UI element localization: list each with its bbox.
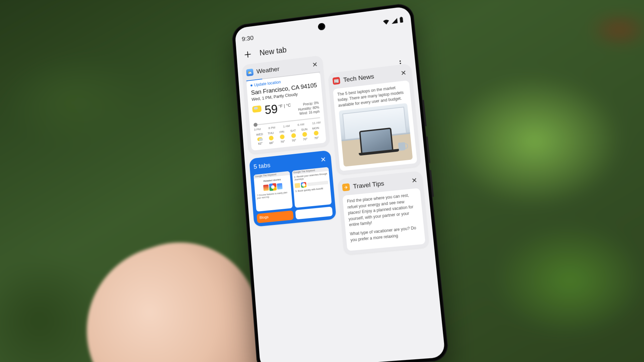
tab-title: Travel Tips xyxy=(353,178,407,190)
tab-group-card[interactable]: 5 tabs ✕ Google The Keyword Related stor… xyxy=(249,150,336,227)
svg-rect-1 xyxy=(400,17,402,18)
weather-favicon-icon: ⛅ xyxy=(246,69,254,76)
battery-icon xyxy=(399,16,404,23)
grouped-tab-thumbnail[interactable]: Blogs xyxy=(257,210,293,223)
close-tab-button[interactable]: ✕ xyxy=(310,60,320,70)
tab-card-tech-news[interactable]: 📰 Tech News ✕ The 5 best laptops on the … xyxy=(328,63,421,175)
weather-stats: Precip: 0% Humidity: 80% Wind: 16 mph xyxy=(294,101,320,117)
sun-icon xyxy=(291,133,296,138)
tab-switcher-grid[interactable]: ⛅ Weather ✕ Update location San Francisc… xyxy=(237,44,435,269)
wifi-icon xyxy=(383,19,390,25)
sun-icon xyxy=(314,130,319,135)
tab-title: Weather xyxy=(256,62,307,75)
svg-rect-0 xyxy=(400,17,404,23)
phone-frame: 9:30 New tab xyxy=(231,2,449,362)
sun-icon xyxy=(269,135,274,140)
plus-icon xyxy=(243,50,252,59)
google-logo-icon xyxy=(301,182,307,188)
article-summary: Find the place where you can rest, refue… xyxy=(347,192,419,228)
tech-news-favicon-icon: 📰 xyxy=(332,77,340,85)
sun-icon xyxy=(302,132,307,137)
tab-title: Tech News xyxy=(343,70,395,84)
grouped-tab-thumbnail[interactable] xyxy=(295,206,333,220)
new-tab-button[interactable] xyxy=(242,49,254,61)
article-summary-2: What type of vacationer are you? Do you … xyxy=(350,225,421,243)
page-title: New tab xyxy=(259,45,287,57)
weather-temperature: 59°F | °C xyxy=(264,101,292,117)
sun-icon xyxy=(280,134,285,139)
travel-favicon-icon: ✈ xyxy=(342,183,350,191)
tab-card-travel-tips[interactable]: ✈ Travel Tips ✕ Find the place where you… xyxy=(338,171,429,255)
status-time: 9:30 xyxy=(241,35,254,43)
phone-screen: 9:30 New tab xyxy=(234,6,445,362)
partly-cloudy-icon xyxy=(252,105,262,113)
grouped-tab-thumbnail[interactable]: Google The Keyword Related stories 7 Chr… xyxy=(254,171,293,212)
close-tab-button[interactable]: ✕ xyxy=(409,175,419,186)
close-tab-group-button[interactable]: ✕ xyxy=(318,154,328,164)
google-logo-icon xyxy=(269,183,276,191)
partly-cloudy-icon xyxy=(257,137,263,141)
cellular-icon xyxy=(391,18,397,24)
grouped-tab-thumbnail[interactable]: Google The Keyword 2. Revisit your searc… xyxy=(292,167,332,208)
close-tab-button[interactable]: ✕ xyxy=(398,68,409,78)
article-thumbnail xyxy=(339,103,413,167)
tab-group-title: 5 tabs xyxy=(253,157,315,170)
tab-card-weather[interactable]: ⛅ Weather ✕ Update location San Francisc… xyxy=(242,55,330,154)
